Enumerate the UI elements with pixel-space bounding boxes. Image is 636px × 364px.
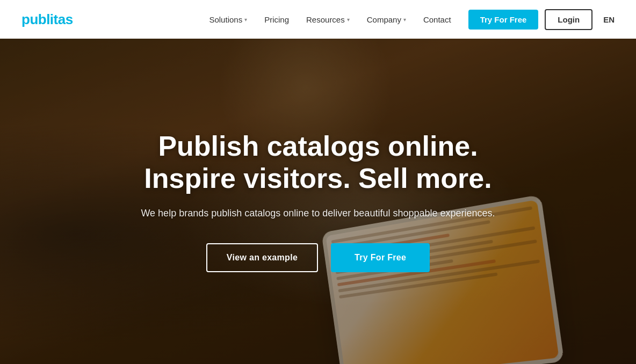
hero-buttons: View an example Try For Free	[109, 243, 527, 272]
language-selector[interactable]: EN	[603, 15, 615, 24]
login-button[interactable]: Login	[545, 9, 592, 30]
logo-text: publitas	[21, 11, 73, 28]
try-for-free-hero-button[interactable]: Try For Free	[331, 243, 430, 272]
chevron-down-icon: ▾	[244, 17, 247, 23]
chevron-down-icon: ▾	[347, 17, 350, 23]
hero-section: Publish catalogs online. Inspire visitor…	[0, 39, 636, 364]
navbar: publitas Solutions ▾ Pricing Resources ▾…	[0, 0, 636, 39]
nav-actions: Try For Free Login EN	[468, 9, 615, 30]
view-example-button[interactable]: View an example	[206, 243, 318, 272]
nav-item-contact[interactable]: Contact	[417, 11, 458, 28]
nav-item-pricing[interactable]: Pricing	[258, 11, 295, 28]
nav-links: Solutions ▾ Pricing Resources ▾ Company …	[203, 11, 457, 28]
try-for-free-nav-button[interactable]: Try For Free	[468, 10, 539, 30]
hero-subtext: We help brands publish catalogs online t…	[109, 206, 527, 221]
nav-item-company[interactable]: Company ▾	[360, 11, 413, 28]
chevron-down-icon: ▾	[403, 17, 406, 23]
nav-item-solutions[interactable]: Solutions ▾	[203, 11, 254, 28]
hero-content: Publish catalogs online. Inspire visitor…	[87, 130, 549, 273]
logo[interactable]: publitas	[21, 11, 73, 28]
hero-headline: Publish catalogs online. Inspire visitor…	[109, 130, 527, 195]
nav-item-resources[interactable]: Resources ▾	[300, 11, 356, 28]
